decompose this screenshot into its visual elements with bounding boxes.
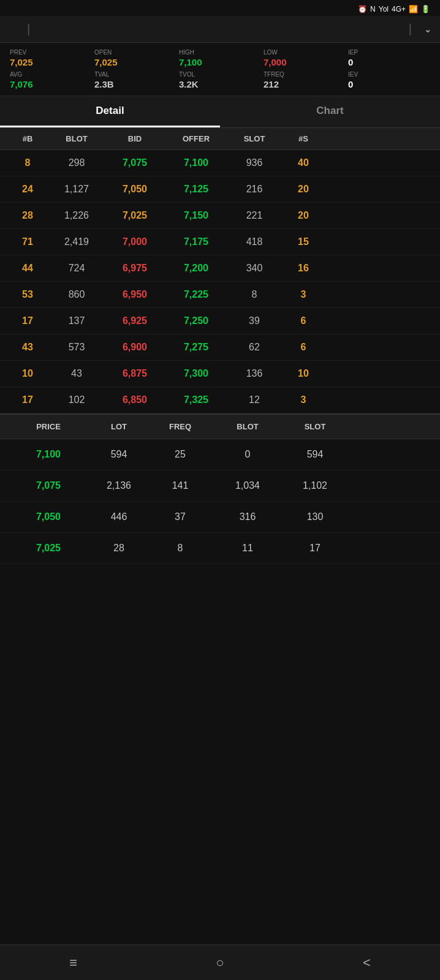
menu-icon[interactable]: ≡: [69, 955, 77, 971]
stat-value: 3.2K: [179, 79, 261, 89]
stat-label: IEP: [348, 49, 430, 56]
table-header: #BBLOTBIDOFFERSLOT#S: [0, 128, 440, 150]
stat-label: IEV: [348, 71, 430, 78]
stat-item-iev: IEV 0: [348, 71, 430, 89]
table-row[interactable]: 24 1,127 7,050 7,125 216 20: [0, 176, 440, 203]
tab-chart[interactable]: Chart: [220, 96, 440, 127]
price-history-table: PRICELOTFREQBLOTSLOT 7,100 594 25 0 594 …: [0, 413, 440, 564]
back-icon[interactable]: <: [363, 955, 371, 971]
stat-label: AVG: [10, 71, 92, 78]
bottom-cell-price: 7,050: [9, 511, 88, 522]
stat-item-low: LOW 7,000: [264, 49, 346, 67]
stat-item-prev: PREV 7,025: [10, 49, 92, 67]
cell-slot: 340: [227, 263, 282, 274]
table-row[interactable]: 28 1,226 7,025 7,150 221 20: [0, 203, 440, 229]
stat-label: TFREQ: [264, 71, 346, 78]
cell-b: 10: [6, 368, 49, 379]
cell-offer: 7,275: [165, 342, 227, 353]
stat-value: 212: [264, 79, 346, 89]
cell-b: 17: [6, 315, 49, 326]
chevron-down-icon: ⌄: [424, 24, 431, 34]
cell-bid: 7,075: [104, 157, 165, 168]
cell-slot: 221: [227, 210, 282, 221]
bottom-table-row[interactable]: 7,100 594 25 0 594: [0, 439, 440, 470]
cell-s: 20: [282, 184, 325, 195]
col-header-slot: SLOT: [227, 134, 282, 143]
stat-label: TVAL: [94, 71, 176, 78]
bottom-table-header: PRICELOTFREQBLOTSLOT: [0, 413, 440, 439]
cell-b: 28: [6, 210, 49, 221]
stat-value: 7,025: [10, 57, 92, 67]
stock-selector[interactable]: ⌄: [422, 24, 431, 34]
bottom-cell-lot: 446: [88, 511, 150, 522]
cell-slot: 936: [227, 157, 282, 168]
stat-value: 7,100: [179, 57, 261, 67]
bottom-table-row[interactable]: 7,050 446 37 316 130: [0, 502, 440, 533]
stat-item-iep: IEP 0: [348, 49, 430, 67]
cell-offer: 7,125: [165, 184, 227, 195]
cell-slot: 136: [227, 368, 282, 379]
cell-s: 16: [282, 263, 325, 274]
bottom-cell-freq: 25: [150, 449, 211, 460]
cell-slot: 62: [227, 342, 282, 353]
table-row[interactable]: 17 137 6,925 7,250 39 6: [0, 308, 440, 334]
table-row[interactable]: 71 2,419 7,000 7,175 418 15: [0, 229, 440, 255]
cell-s: 3: [282, 394, 325, 405]
bottom-cell-price: 7,075: [9, 480, 88, 491]
table-row[interactable]: 53 860 6,950 7,225 8 3: [0, 282, 440, 308]
table-row[interactable]: 17 102 6,850 7,325 12 3: [0, 387, 440, 413]
cell-blot: 137: [49, 315, 104, 326]
cell-bid: 7,050: [104, 184, 165, 195]
bottom-cell-slot: 594: [284, 449, 346, 460]
cell-offer: 7,300: [165, 368, 227, 379]
stat-value: 7,076: [10, 79, 92, 89]
header-divider-2: |: [409, 22, 412, 36]
table-row[interactable]: 8 298 7,075 7,100 936 40: [0, 150, 440, 176]
cell-s: 3: [282, 289, 325, 300]
signal-text: Yol: [379, 5, 389, 13]
bottom-cell-blot: 11: [211, 543, 284, 554]
cell-offer: 7,325: [165, 394, 227, 405]
stat-value: 0: [348, 79, 430, 89]
home-icon[interactable]: ○: [216, 955, 224, 971]
cell-blot: 1,226: [49, 210, 104, 221]
col-header-hash-b: #B: [6, 134, 49, 143]
stat-item-tvol: TVOL 3.2K: [179, 71, 261, 89]
cell-bid: 6,975: [104, 263, 165, 274]
bottom-cell-price: 7,100: [9, 449, 88, 460]
bottom-table-row[interactable]: 7,075 2,136 141 1,034 1,102: [0, 470, 440, 502]
cell-offer: 7,100: [165, 157, 227, 168]
cell-blot: 724: [49, 263, 104, 274]
cell-blot: 1,127: [49, 184, 104, 195]
cell-s: 40: [282, 157, 325, 168]
cell-s: 6: [282, 315, 325, 326]
table-row[interactable]: 43 573 6,900 7,275 62 6: [0, 334, 440, 361]
cell-b: 8: [6, 157, 49, 168]
alarm-icon: ⏰: [358, 5, 367, 13]
table-row[interactable]: 44 724 6,975 7,200 340 16: [0, 255, 440, 282]
bottom-cell-blot: 0: [211, 449, 284, 460]
stat-item-open: OPEN 7,025: [94, 49, 176, 67]
stat-label: LOW: [264, 49, 346, 56]
cell-blot: 43: [49, 368, 104, 379]
bottom-table-row[interactable]: 7,025 28 8 11 17: [0, 533, 440, 564]
cell-blot: 2,419: [49, 236, 104, 247]
col-header-hash-s: #S: [282, 134, 325, 143]
table-row[interactable]: 10 43 6,875 7,300 136 10: [0, 361, 440, 387]
bottom-cell-blot: 316: [211, 511, 284, 522]
bottom-cell-blot: 1,034: [211, 480, 284, 491]
tabs: DetailChart: [0, 96, 440, 128]
cell-b: 24: [6, 184, 49, 195]
cell-offer: 7,175: [165, 236, 227, 247]
stat-value: 7,025: [94, 57, 176, 67]
cell-offer: 7,200: [165, 263, 227, 274]
bottom-cell-freq: 37: [150, 511, 211, 522]
cell-slot: 418: [227, 236, 282, 247]
bottom-cell-freq: 8: [150, 543, 211, 554]
tab-detail[interactable]: Detail: [0, 96, 220, 127]
cell-b: 44: [6, 263, 49, 274]
cell-blot: 860: [49, 289, 104, 300]
stat-item-high: HIGH 7,100: [179, 49, 261, 67]
stat-label: PREV: [10, 49, 92, 56]
cell-bid: 7,025: [104, 210, 165, 221]
